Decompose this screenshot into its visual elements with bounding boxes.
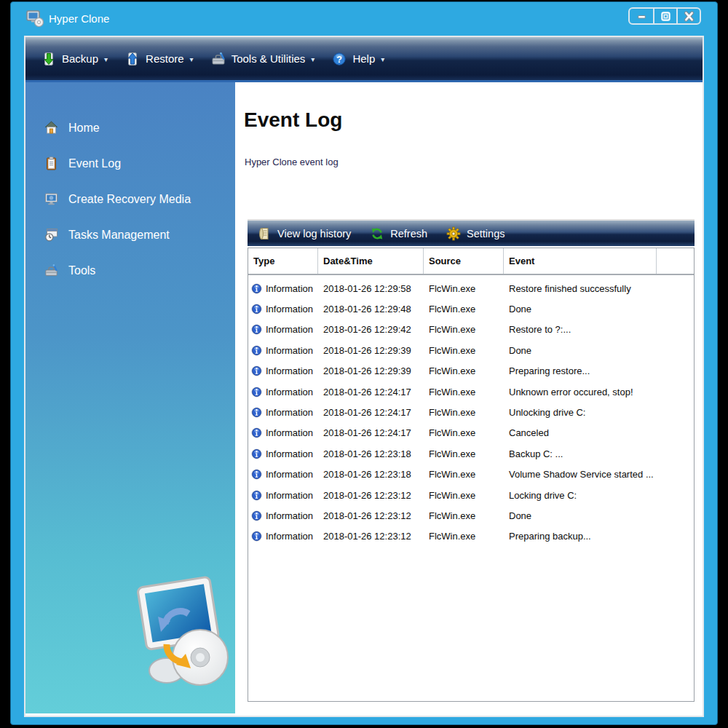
help-question-icon: ? <box>332 52 347 66</box>
cell-event: Restore finished successfully <box>504 283 657 294</box>
table-row[interactable]: Information 2018-01-26 12:24:17 FlcWin.e… <box>248 423 694 443</box>
cell-type-label: Information <box>266 283 313 294</box>
table-row[interactable]: Information 2018-01-26 12:23:12 FlcWin.e… <box>248 526 694 547</box>
recovery-media-icon <box>44 192 58 206</box>
app-frame: Backup ▾ Restore ▾ Tools & Utilities ▾ ?… <box>24 36 704 717</box>
column-header-datetime[interactable]: Date&Time <box>318 248 424 274</box>
table-row[interactable]: Information 2018-01-26 12:23:18 FlcWin.e… <box>248 443 694 464</box>
table-row[interactable]: Information 2018-01-26 12:24:17 FlcWin.e… <box>248 402 694 422</box>
chevron-down-icon: ▾ <box>311 54 314 63</box>
cell-source: FlcWin.exe <box>424 469 504 480</box>
cell-event: Preparing backup... <box>504 531 657 542</box>
cell-datetime: 2018-01-26 12:23:12 <box>318 510 424 521</box>
information-icon <box>251 510 262 521</box>
menu-item-backup[interactable]: Backup ▾ <box>41 52 108 66</box>
column-header-type[interactable]: Type <box>248 248 318 274</box>
cell-source: FlcWin.exe <box>424 365 504 376</box>
cell-type-label: Information <box>266 448 313 459</box>
backup-arrow-down-icon <box>41 52 56 66</box>
information-icon <box>251 490 262 501</box>
cell-source: FlcWin.exe <box>424 407 504 418</box>
cell-source: FlcWin.exe <box>424 324 504 335</box>
table-row[interactable]: Information 2018-01-26 12:29:58 FlcWin.e… <box>248 278 694 298</box>
sidebar-list: Home Event Log Create Recovery Media Tas… <box>25 82 235 288</box>
cell-source: FlcWin.exe <box>424 448 504 459</box>
cell-datetime: 2018-01-26 12:24:17 <box>318 387 424 397</box>
gear-icon <box>446 226 461 241</box>
table-row[interactable]: Information 2018-01-26 12:29:39 FlcWin.e… <box>248 340 694 360</box>
titlebar[interactable]: Hyper Clone <box>11 2 717 36</box>
cell-source: FlcWin.exe <box>424 283 504 294</box>
maximize-icon <box>660 11 671 22</box>
event-table-body: Information 2018-01-26 12:29:58 FlcWin.e… <box>248 275 694 547</box>
cell-datetime: 2018-01-26 12:23:12 <box>318 490 424 501</box>
menu-item-tools-utilities[interactable]: Tools & Utilities ▾ <box>211 52 315 66</box>
information-icon <box>251 531 262 542</box>
cell-type-label: Information <box>266 510 313 521</box>
table-row[interactable]: Information 2018-01-26 12:29:42 FlcWin.e… <box>248 320 694 340</box>
settings-button[interactable]: Settings <box>446 226 505 241</box>
cell-type-label: Information <box>266 387 313 397</box>
chevron-down-icon: ▾ <box>190 54 194 63</box>
cell-datetime: 2018-01-26 12:23:18 <box>318 448 424 459</box>
toolbox-icon <box>211 52 226 66</box>
table-row[interactable]: Information 2018-01-26 12:29:48 FlcWin.e… <box>248 298 694 319</box>
sidebar: Home Event Log Create Recovery Media Tas… <box>25 82 235 713</box>
sidebar-item-home[interactable]: Home <box>25 110 235 146</box>
maximize-button[interactable] <box>653 9 676 23</box>
information-icon <box>251 469 262 480</box>
close-button[interactable] <box>676 9 700 23</box>
minimize-button[interactable] <box>630 9 653 23</box>
information-icon <box>251 365 262 376</box>
cell-datetime: 2018-01-26 12:24:17 <box>318 407 424 418</box>
svg-text:?: ? <box>337 54 343 64</box>
cell-datetime: 2018-01-26 12:29:42 <box>318 324 424 335</box>
view-log-history-button[interactable]: View log history <box>257 226 351 241</box>
column-header-event[interactable]: Event <box>504 248 657 274</box>
information-icon <box>251 304 262 314</box>
cell-event: Canceled <box>504 427 657 438</box>
app-icon <box>25 9 44 28</box>
window-controls <box>628 7 701 25</box>
table-header: Type Date&Time Source Event <box>248 248 694 275</box>
cell-event: Done <box>504 345 657 356</box>
information-icon <box>251 407 262 418</box>
cell-source: FlcWin.exe <box>424 387 504 397</box>
event-log-icon <box>44 157 58 170</box>
cell-type-label: Information <box>266 324 313 335</box>
table-row[interactable]: Information 2018-01-26 12:23:18 FlcWin.e… <box>248 464 694 485</box>
table-row[interactable]: Information 2018-01-26 12:23:12 FlcWin.e… <box>248 505 694 526</box>
cell-event: Done <box>504 510 657 521</box>
restore-arrow-up-icon <box>125 52 140 66</box>
table-row[interactable]: Information 2018-01-26 12:23:12 FlcWin.e… <box>248 485 694 505</box>
cell-event: Unknown error occured, stop! <box>504 387 657 397</box>
cell-datetime: 2018-01-26 12:23:18 <box>318 469 424 480</box>
cell-event: Locking drive C: <box>504 490 657 501</box>
cell-source: FlcWin.exe <box>424 427 504 438</box>
cell-type-label: Information <box>266 469 313 480</box>
information-icon <box>251 345 262 356</box>
column-header-filler <box>657 248 694 274</box>
cell-type-label: Information <box>266 407 313 418</box>
sidebar-item-tasks-management[interactable]: Tasks Management <box>25 217 235 253</box>
information-icon <box>251 448 262 459</box>
menubar: Backup ▾ Restore ▾ Tools & Utilities ▾ ?… <box>25 37 703 82</box>
column-header-source[interactable]: Source <box>424 248 504 274</box>
log-toolbar: View log history Refresh Settings <box>248 219 695 246</box>
menu-item-help[interactable]: ? Help ▾ <box>332 52 384 66</box>
cell-type-label: Information <box>266 531 313 542</box>
cell-type-label: Information <box>266 304 313 314</box>
desktop-background: Hyper Clone <box>0 0 728 728</box>
event-table: Type Date&Time Source Event Information … <box>248 248 695 702</box>
cell-source: FlcWin.exe <box>424 345 504 356</box>
cell-datetime: 2018-01-26 12:29:58 <box>318 283 424 294</box>
cell-event: Volume Shadow Service started ... <box>504 469 657 480</box>
sidebar-item-event-log[interactable]: Event Log <box>25 146 235 181</box>
menu-item-restore[interactable]: Restore ▾ <box>125 52 194 66</box>
table-row[interactable]: Information 2018-01-26 12:29:39 FlcWin.e… <box>248 361 694 381</box>
sidebar-item-create-recovery-media[interactable]: Create Recovery Media <box>25 181 235 217</box>
refresh-button[interactable]: Refresh <box>370 226 427 241</box>
cell-type-label: Information <box>266 345 313 356</box>
table-row[interactable]: Information 2018-01-26 12:24:17 FlcWin.e… <box>248 381 694 402</box>
sidebar-item-tools[interactable]: Tools <box>25 253 235 288</box>
